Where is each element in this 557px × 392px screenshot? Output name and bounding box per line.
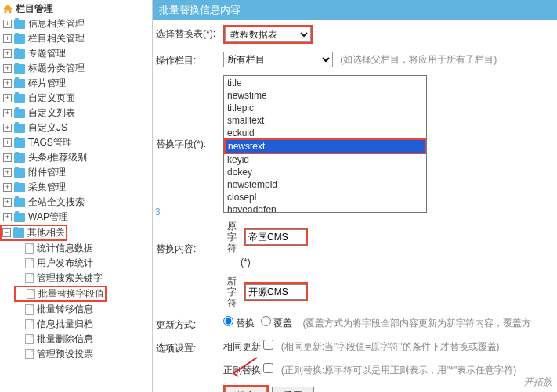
reset-button[interactable]: 重置 — [272, 387, 314, 392]
plus-icon[interactable]: + — [3, 138, 12, 147]
sidebar-item[interactable]: +栏目相关管理 — [0, 31, 152, 46]
column-select[interactable]: 所有栏目 — [223, 52, 333, 67]
folder-icon — [14, 109, 25, 118]
sidebar-subitem[interactable]: 信息批量归档 — [14, 317, 152, 332]
submit-button[interactable]: 提交 — [225, 387, 267, 392]
folder-icon — [13, 228, 24, 238]
sidebar-item[interactable]: +头条/推荐级别 — [0, 150, 152, 165]
sidebar-subitem-label: 批量删除信息 — [37, 333, 93, 346]
column-label: 操作栏目: — [156, 52, 223, 67]
sidebar-item-label: 头条/推荐级别 — [28, 151, 87, 164]
field-option[interactable]: haveaddfen — [225, 203, 425, 213]
regex-text: 正则替换 — [223, 365, 261, 376]
plus-icon[interactable]: + — [3, 79, 12, 88]
sidebar-item-label: 全站全文搜索 — [28, 196, 85, 209]
sidebar-subitem-label: 管理预设投票 — [37, 347, 93, 361]
radio-overwrite[interactable]: 覆盖 — [261, 318, 292, 329]
plus-icon[interactable]: + — [3, 198, 12, 207]
folder-icon — [14, 124, 25, 133]
sidebar-subitem[interactable]: 用户发布统计 — [14, 256, 152, 271]
plus-icon[interactable]: + — [3, 49, 12, 58]
orig-input[interactable] — [245, 229, 306, 245]
regex-checkbox[interactable] — [263, 363, 273, 373]
sidebar-item-label: 信息相关管理 — [28, 17, 85, 31]
plus-icon[interactable]: + — [3, 183, 12, 192]
folder-icon — [14, 94, 25, 103]
plus-icon[interactable]: + — [3, 64, 12, 73]
field-option[interactable]: title — [225, 77, 425, 89]
sidebar-item[interactable]: +全站全文搜索 — [0, 195, 152, 210]
sidebar-item-label: 其他相关 — [27, 226, 65, 239]
plus-icon[interactable]: + — [3, 124, 12, 132]
plus-icon[interactable]: + — [3, 34, 12, 43]
field-option[interactable]: dokey — [225, 166, 425, 178]
sidebar-item[interactable]: +自定义JS — [0, 120, 152, 135]
folder-icon — [14, 79, 25, 88]
sidebar-subitem-label: 统计信息数据 — [37, 242, 93, 255]
regex-hint: (正则替换:原字符可以是用正则表示，用"*"表示任意字符) — [281, 365, 517, 376]
sidebar-item[interactable]: +碎片管理 — [0, 76, 152, 91]
folder-icon — [14, 198, 25, 207]
plus-icon[interactable]: + — [3, 94, 12, 102]
sidebar-item-label: 专题管理 — [28, 47, 66, 60]
field-option[interactable]: newstext — [224, 138, 426, 154]
field-listbox[interactable]: titlenewstimetitlepicsmalltexteckuidnews… — [223, 75, 427, 213]
new-input[interactable] — [245, 284, 306, 300]
sidebar-item[interactable]: +WAP管理 — [0, 210, 152, 225]
sidebar-subitem[interactable]: 批量替换字段值 — [14, 286, 107, 302]
sidebar-item[interactable]: +自定义列表 — [0, 106, 152, 120]
sidebar-item[interactable]: +标题分类管理 — [0, 61, 152, 76]
sidebar-item-label: 标题分类管理 — [28, 62, 85, 75]
plus-icon[interactable]: + — [3, 168, 12, 177]
option-label: 选项设置: — [156, 340, 223, 355]
tree-root[interactable]: 栏目管理 — [0, 2, 152, 16]
sidebar-item[interactable]: +自定义页面 — [0, 91, 152, 106]
field-option[interactable]: smalltext — [225, 114, 425, 127]
select-table[interactable]: 教程数据表 — [225, 27, 311, 42]
tree-root-label: 栏目管理 — [16, 2, 53, 16]
plus-icon[interactable]: + — [3, 153, 12, 162]
home-icon — [2, 4, 13, 15]
radio-replace[interactable]: 替换 — [223, 318, 255, 329]
field-option[interactable]: newstime — [225, 89, 425, 102]
sidebar-subitem-label: 批量替换字段值 — [38, 287, 104, 300]
plus-icon[interactable]: + — [3, 109, 12, 117]
sidebar: 栏目管理 +信息相关管理+栏目相关管理+专题管理+标题分类管理+碎片管理+自定义… — [0, 0, 153, 392]
sidebar-item[interactable]: +采集管理 — [0, 180, 152, 195]
sidebar-item[interactable]: +附件管理 — [0, 165, 152, 180]
sidebar-item-label: 自定义列表 — [28, 106, 75, 120]
folder-icon — [14, 138, 25, 148]
sidebar-item-label: 采集管理 — [28, 181, 66, 194]
plus-icon[interactable]: + — [3, 20, 12, 28]
select-table-label: 选择替换表(*): — [156, 25, 223, 41]
field-option[interactable]: newstempid — [225, 178, 425, 191]
field-option[interactable]: titlepic — [225, 102, 425, 114]
sidebar-item[interactable]: +信息相关管理 — [0, 16, 152, 31]
file-icon — [27, 289, 35, 299]
file-icon — [25, 334, 34, 344]
file-icon — [25, 319, 34, 329]
folder-icon — [14, 213, 25, 222]
same-update-checkbox[interactable] — [263, 340, 273, 350]
update-label: 更新方式: — [156, 316, 223, 332]
minus-icon[interactable]: − — [2, 228, 11, 237]
sidebar-subitem[interactable]: 管理搜索关键字 — [14, 271, 152, 286]
folder-icon — [14, 168, 25, 178]
marker-3: 3 — [155, 207, 161, 218]
sidebar-subitem-label: 信息批量归档 — [37, 318, 93, 331]
sidebar-subitem[interactable]: 批量删除信息 — [14, 332, 152, 347]
field-option[interactable]: eckuid — [225, 127, 425, 139]
sidebar-item[interactable]: +TAGS管理 — [0, 135, 152, 150]
sidebar-subitem[interactable]: 批量转移信息 — [14, 302, 152, 317]
sidebar-subitem[interactable]: 统计信息数据 — [14, 241, 152, 256]
panel-title: 批量替换信息内容 — [153, 0, 557, 20]
plus-icon[interactable]: + — [3, 213, 12, 221]
field-option[interactable]: closepl — [225, 191, 425, 203]
sidebar-item[interactable]: −其他相关 — [0, 225, 67, 241]
folder-icon — [14, 49, 25, 59]
field-option[interactable]: keyid — [225, 153, 425, 166]
folder-icon — [14, 153, 25, 163]
sidebar-subitem[interactable]: 管理预设投票 — [14, 347, 152, 361]
sidebar-item[interactable]: +专题管理 — [0, 46, 152, 61]
sidebar-subitem-label: 管理搜索关键字 — [37, 272, 103, 285]
